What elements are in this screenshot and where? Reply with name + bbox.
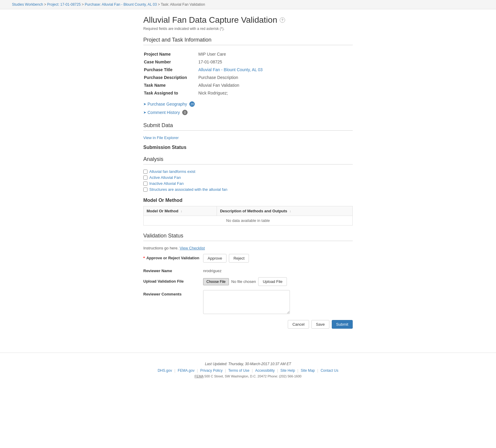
table-empty-message: No data available in table [144,216,353,225]
approve-reject-row: * Approve or Reject Validation Approve R… [143,254,353,263]
field-value-task-assigned: Nick Rodriguez; [198,89,352,97]
approve-button[interactable]: Approve [203,254,226,263]
checkbox-active-alluvial-fan[interactable] [143,176,147,180]
footer-link-fema[interactable]: FEMA.gov [175,368,197,373]
sort-icon-model: ↕ [181,210,182,213]
action-buttons: Cancel Save Submit [143,320,353,329]
breadcrumb-item-4: Task: Alluvial Fan Validation [161,2,205,7]
purchase-geography-link[interactable]: ➤ Purchase Geography 20 [143,101,195,107]
choose-file-button[interactable]: Choose File [203,278,229,285]
checkbox-label-2: Active Alluvial Fan [149,175,181,180]
breadcrumb-item-3[interactable]: Purchase: Alluvial Fan - Blount County, … [85,2,157,7]
upload-file-controls: Choose File No file chosen Upload File [203,277,353,286]
col-header-description[interactable]: Description of Methods and Outputs ↕ [217,206,353,216]
reviewer-comments-row: Reviewer Comments [143,290,353,314]
table-empty-row: No data available in table [144,216,353,225]
validation-instructions: Instructions go here. View Checklist [143,246,353,250]
breadcrumb-separator-3: > [158,2,161,7]
upload-file-label: Upload Validation File [143,277,203,284]
field-label-task-name: Task Name [144,82,198,89]
approve-reject-controls: Approve Reject [203,254,353,263]
project-info-table: Project Name MIP User Care Case Number 1… [143,50,353,97]
checkbox-structures-associated[interactable] [143,188,147,192]
footer-link-dhs[interactable]: DHS.gov [155,368,174,373]
table-row: Project Name MIP User Care [144,51,352,58]
footer-link-accessibility[interactable]: Accessibility [253,368,277,373]
table-header-row: Model Or Method ↕ Description of Methods… [144,206,353,216]
checkbox-item-3: Inactive Alluvial Fan [143,181,353,186]
field-value-purchase-title: Alluvial Fan - Blount County, AL 03 [198,66,352,73]
footer-link-terms[interactable]: Terms of Use [226,368,252,373]
save-button[interactable]: Save [311,320,329,329]
model-or-method-title: Model Or Method [143,198,353,203]
sort-icon-description: ↕ [290,210,291,213]
field-label-purchase-title: Purchase Title [144,66,198,73]
comment-history-link[interactable]: ➤ Comment History 0 [143,110,188,115]
field-value-case-number: 17-01-08725 [198,58,352,65]
chevron-right-icon-2: ➤ [143,110,146,115]
reviewer-comments-label: Reviewer Comments [143,290,203,296]
last-updated: Last Updated: Thursday, 30-March-2017 10… [12,362,484,366]
reviewer-name-value-area: nrodriguez [203,267,353,273]
no-file-text: No file chosen [231,279,256,284]
checkbox-item-1: Alluvial fan landforms exist [143,169,353,174]
submission-status-label: Submission Status [143,145,353,150]
submit-button[interactable]: Submit [332,320,353,329]
footer-link-privacy[interactable]: Privacy Policy [198,368,225,373]
required-star: * [143,256,145,260]
footer-fema-label: FEMA [194,374,203,378]
purchase-geography-label: Purchase Geography [147,102,187,106]
help-icon[interactable]: ? [280,17,285,23]
section-validation-status: Validation Status [143,233,353,241]
breadcrumb: Studies Workbench > Project: 17-01-08725… [0,0,496,9]
table-row: Task Name Alluvial Fan Validation [144,82,352,89]
table-row: Task Assigned to Nick Rodriguez; [144,89,352,97]
breadcrumb-item-1[interactable]: Studies Workbench [12,2,43,7]
footer: Last Updated: Thursday, 30-March-2017 10… [0,353,496,384]
field-label-task-assigned: Task Assigned to [144,89,198,97]
validation-status-section: Validation Status Instructions go here. … [143,233,353,314]
checkbox-item-4: Structures are associated with the alluv… [143,187,353,192]
chevron-right-icon: ➤ [143,102,146,106]
view-checklist-link[interactable]: View Checklist [179,246,205,250]
footer-link-sitehelp[interactable]: Site Help [278,368,297,373]
required-note: Required fields are indicated with a red… [143,27,353,31]
comment-history-badge: 0 [182,110,188,115]
page-title: Alluvial Fan Data Capture Validation ? [143,15,353,25]
field-label-project-name: Project Name [144,51,198,58]
field-value-purchase-desc: Purchase Description [198,74,352,81]
checkbox-label-1: Alluvial fan landforms exist [149,169,195,174]
col-header-model[interactable]: Model Or Method ↕ [144,206,217,216]
section-submit-data: Submit Data [143,122,353,131]
breadcrumb-separator-1: > [44,2,47,7]
reviewer-comments-input[interactable] [203,290,290,314]
breadcrumb-separator-2: > [82,2,85,7]
checkbox-alluvial-fan-landforms[interactable] [143,170,147,174]
footer-link-contact[interactable]: Contact Us [318,368,341,373]
footer-address-text: 500 C Street, SW Washington, D.C. 20472 … [204,374,301,378]
checkbox-label-3: Inactive Alluvial Fan [149,181,184,186]
model-method-table: Model Or Method ↕ Description of Methods… [143,206,353,225]
view-file-explorer-link[interactable]: View in File Explorer [143,135,353,140]
comment-history-label: Comment History [147,110,180,115]
upload-file-row: Upload Validation File Choose File No fi… [143,277,353,286]
field-value-task-name: Alluvial Fan Validation [198,82,352,89]
approve-reject-label: * Approve or Reject Validation [143,254,203,260]
field-label-purchase-desc: Purchase Description [144,74,198,81]
checkbox-inactive-alluvial-fan[interactable] [143,182,147,186]
section-analysis: Analysis [143,156,353,164]
reviewer-name-value: nrodriguez [203,267,221,273]
section-project-info: Project and Task Information [143,37,353,45]
table-row: Purchase Description Purchase Descriptio… [144,74,352,81]
footer-link-sitemap[interactable]: Site Map [298,368,317,373]
cancel-button[interactable]: Cancel [288,320,309,329]
reviewer-comments-area [203,290,353,314]
footer-address: FEMA 500 C Street, SW Washington, D.C. 2… [12,374,484,378]
reviewer-name-row: Reviewer Name nrodriguez [143,267,353,273]
breadcrumb-item-2[interactable]: Project: 17-01-08725 [47,2,81,7]
upload-file-button[interactable]: Upload File [258,277,287,286]
analysis-checkboxes: Alluvial fan landforms exist Active Allu… [143,169,353,192]
reject-button[interactable]: Reject [229,254,249,263]
footer-links: DHS.gov | FEMA.gov | Privacy Policy | Te… [12,368,484,373]
field-value-project-name: MIP User Care [198,51,352,58]
